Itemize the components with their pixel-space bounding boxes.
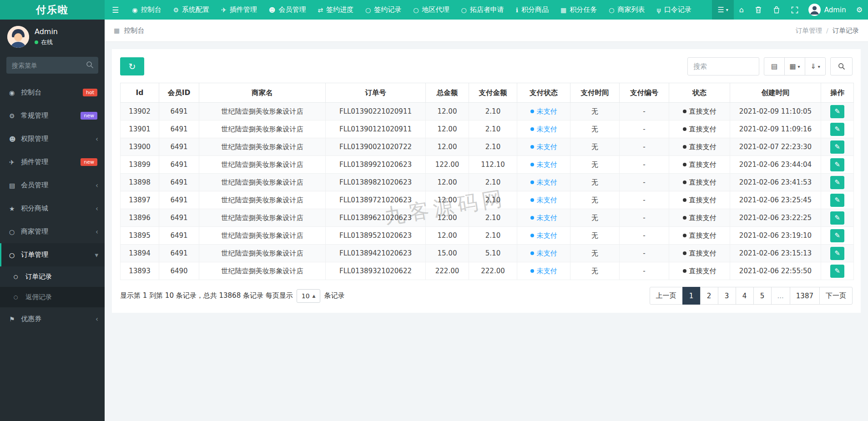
search-toggle-button[interactable] [830,57,853,75]
edit-button[interactable]: ✎ [830,194,844,207]
cell-total-amount: 12.00 [426,227,469,245]
cell-pay-status: 未支付 [517,156,570,174]
page-button[interactable]: 2 [700,287,718,305]
sidebar-item-label: 插件管理 [21,158,81,166]
topnav-item[interactable]: ◉ 控制台 [126,0,167,20]
cell-merchant-name: 世纪陆壹捌美妆形象设计店 [199,209,326,227]
settings-button[interactable]: ⚙ [851,0,868,20]
edit-button[interactable]: ✎ [830,247,844,260]
table-row: 13901 6491 世纪陆壹捌美妆形象设计店 FLL0139012102091… [121,120,854,138]
sidebar-toggle-button[interactable]: ☰ [105,0,126,20]
cell-id: 13897 [121,191,159,209]
topnav-item-label: 系统配置 [182,5,209,14]
sidebar-item-label: 常规管理 [21,111,81,120]
toolbar-right: ▤ ▦▾ ⇓▾ [687,57,853,75]
topnav-item[interactable]: ✈ 插件管理 [215,0,263,20]
cell-member-id: 6491 [159,174,199,191]
topnav-item[interactable]: ▦ 积分任务 [555,0,603,20]
page-button[interactable]: 1387 [790,287,820,305]
breadcrumb-bar: ▦ 控制台 订单管理 / 订单记录 [105,20,868,42]
page-size-select[interactable]: 10 ▲ [297,289,321,303]
topnav-item[interactable]: ○ 拓店者申请 [455,0,510,20]
clear-cache-button[interactable] [749,0,767,20]
page-button[interactable]: 5 [753,287,772,305]
column-header: 商家名 [199,83,326,103]
user-menu[interactable]: Admin [804,0,851,20]
fullscreen-button[interactable] [786,0,804,20]
edit-button[interactable]: ✎ [830,123,844,136]
page-button[interactable]: 上一页 [650,287,683,305]
status-dot-icon [683,216,686,220]
info-icon: ℹ [516,6,518,14]
sidebar-subitem[interactable]: ○ 返佣记录 [0,287,105,307]
cell-pay-status: 未支付 [517,174,570,191]
cell-id: 13900 [121,138,159,156]
search-icon [838,63,845,70]
chevron-down-icon: ▾ [726,7,728,12]
cell-status: 直接支付 [669,120,730,138]
table-panel: ↻ ▤ ▦▾ ⇓▾ [112,49,861,313]
cell-total-amount: 12.00 [426,103,469,120]
page-button-active[interactable]: 1 [682,287,701,305]
sidebar-item[interactable]: ⚑ 优惠券 ‹ [0,307,105,331]
layout-menu-dropdown[interactable]: ☰▾ [712,0,733,20]
topnav-item[interactable]: ○ 签约记录 [359,0,407,20]
sidebar-item[interactable]: ☻ 权限管理 ‹ [0,127,105,150]
refresh-button[interactable]: ↻ [120,57,144,75]
sidebar-item[interactable]: ▤ 会员管理 ‹ [0,174,105,197]
cell-created-time: 2021-02-09 11:10:05 [730,103,821,120]
sidebar-item[interactable]: ★ 积分商城 ‹ [0,197,105,220]
cell-total-amount: 12.00 [426,174,469,191]
cell-member-id: 6491 [159,138,199,156]
page-size-value: 10 [302,292,310,300]
edit-button[interactable]: ✎ [830,229,844,242]
page-button[interactable]: 4 [736,287,754,305]
page-button[interactable]: 下一页 [819,287,853,305]
store-button[interactable] [767,0,786,20]
topnav-item[interactable]: ⚙ 系统配置 [167,0,215,20]
topnav-items: ◉ 控制台 ⚙ 系统配置 ✈ 插件管理 ☻ 会员管理 ⇄ 签约进度 ○ 签约记录… [126,0,697,20]
edit-button[interactable]: ✎ [830,105,844,118]
records-info: 显示第 1 到第 10 条记录，总共 13868 条记录 每页显示 10 ▲ 条… [120,289,344,303]
topnav-item[interactable]: ☻ 会员管理 [263,0,312,20]
sidebar-subitem[interactable]: ○ 订单记录 [0,266,105,287]
sidebar-item[interactable]: ◉ 控制台 hot [0,81,105,104]
edit-button[interactable]: ✎ [830,211,844,225]
plane-icon: ✈ [9,159,21,166]
page-button[interactable]: 3 [718,287,736,305]
topnav-item[interactable]: ℹ 积分商品 [510,0,555,20]
topnav-item[interactable]: ψ 口令记录 [651,0,697,20]
toggle-view-button[interactable]: ▤ [764,57,785,75]
table-search-input[interactable] [687,57,759,75]
home-button[interactable]: ⌂ [734,0,749,20]
breadcrumb-section[interactable]: ▦ 控制台 [114,26,144,35]
sidebar-item[interactable]: ✈ 插件管理 new [0,150,105,174]
list-icon: ☰ [717,5,724,14]
edit-button[interactable]: ✎ [830,176,844,189]
circle-icon: ○ [14,294,25,300]
breadcrumb-parent[interactable]: 订单管理 [796,26,822,35]
gear-icon: ⚙ [9,112,21,120]
sidebar-item-label: 商家管理 [21,227,96,236]
sidebar-item[interactable]: ○ 商家管理 ‹ [0,220,105,243]
cell-merchant-name: 世纪陆壹捌美妆形象设计店 [199,103,326,120]
topnav-item[interactable]: ⇄ 签约进度 [312,0,359,20]
topnav-item[interactable]: ○ 商家列表 [603,0,651,20]
cell-created-time: 2021-02-06 23:19:10 [730,227,821,245]
topnav-item[interactable]: ○ 地区代理 [407,0,455,20]
cell-pay-time: 无 [570,209,620,227]
sidebar-item[interactable]: ○ 订单管理 ▾ [0,243,105,266]
export-button[interactable]: ⇓▾ [805,57,826,75]
cell-created-time: 2021-02-06 23:44:04 [730,156,821,174]
cell-pay-time: 无 [570,262,620,280]
columns-grid-icon: ▦ [789,62,796,70]
menu-search-input[interactable] [6,57,98,74]
edit-button[interactable]: ✎ [830,158,844,171]
cell-pay-status: 未支付 [517,120,570,138]
sidebar-item[interactable]: ⚙ 常规管理 new [0,104,105,127]
status-dot-icon [530,127,534,131]
edit-button[interactable]: ✎ [830,265,844,278]
edit-button[interactable]: ✎ [830,140,844,154]
chevron-left-icon: ‹ [96,181,98,190]
columns-button[interactable]: ▦▾ [784,57,805,75]
